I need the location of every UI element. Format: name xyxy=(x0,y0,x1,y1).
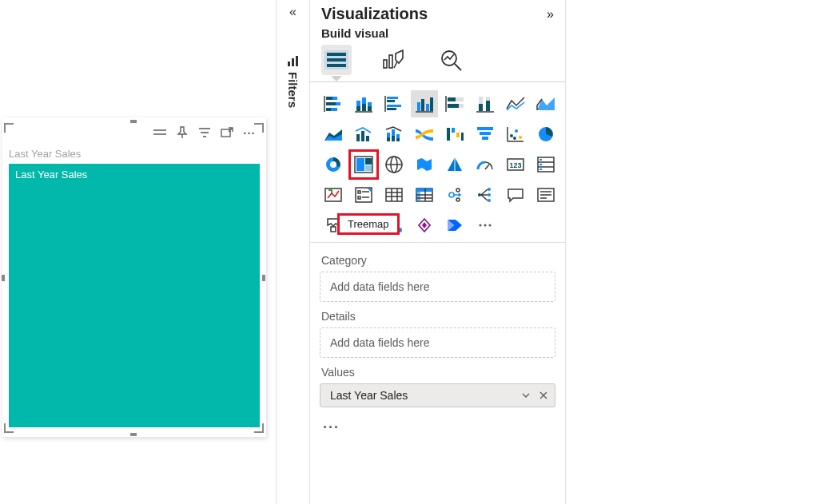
filter-icon[interactable] xyxy=(196,124,213,141)
clustered-bar-chart-icon[interactable] xyxy=(380,90,408,117)
svg-point-110 xyxy=(449,192,454,197)
pie-chart-icon[interactable] xyxy=(532,121,559,148)
selection-handle[interactable] xyxy=(130,433,137,436)
svg-point-111 xyxy=(456,198,460,201)
card-icon[interactable]: 123 xyxy=(502,151,529,178)
remove-field-icon[interactable] xyxy=(539,391,548,400)
well-label-details: Details xyxy=(321,310,554,323)
svg-rect-27 xyxy=(356,106,360,111)
azure-map-icon[interactable] xyxy=(441,151,468,178)
collapse-pane-button[interactable]: » xyxy=(547,7,554,22)
svg-rect-95 xyxy=(358,191,360,193)
chevron-down-icon[interactable] xyxy=(521,391,531,400)
selection-handle[interactable] xyxy=(254,123,264,133)
svg-rect-13 xyxy=(384,60,387,68)
line-clustered-column-icon[interactable] xyxy=(350,121,377,148)
svg-rect-14 xyxy=(389,55,392,68)
svg-text:123: 123 xyxy=(509,161,521,169)
waterfall-chart-icon[interactable] xyxy=(441,121,468,148)
svg-rect-60 xyxy=(396,138,400,141)
decomposition-tree-icon[interactable] xyxy=(472,181,499,208)
tab-analytics[interactable] xyxy=(436,45,467,75)
svg-point-114 xyxy=(488,188,491,191)
svg-rect-20 xyxy=(332,97,337,100)
tab-build-visual[interactable] xyxy=(321,45,352,75)
get-more-visuals-icon[interactable] xyxy=(472,212,499,239)
svg-rect-99 xyxy=(386,189,402,201)
svg-point-70 xyxy=(510,134,513,137)
donut-chart-icon[interactable] xyxy=(320,151,347,178)
svg-line-15 xyxy=(394,62,397,68)
chart-mini-icon xyxy=(287,56,300,67)
filters-label[interactable]: Filters xyxy=(277,56,309,108)
svg-rect-96 xyxy=(358,196,360,199)
gauge-icon[interactable] xyxy=(472,151,499,178)
svg-rect-24 xyxy=(331,108,337,111)
drag-handle-icon[interactable] xyxy=(151,124,169,141)
svg-rect-31 xyxy=(368,106,372,111)
multi-row-card-icon[interactable] xyxy=(532,151,559,178)
r-visual-icon[interactable] xyxy=(441,181,468,208)
svg-rect-54 xyxy=(366,136,369,141)
svg-rect-34 xyxy=(387,100,395,102)
more-wells-button[interactable]: ... xyxy=(320,415,555,432)
svg-rect-121 xyxy=(331,227,336,232)
clustered-column-chart-icon[interactable] xyxy=(411,90,438,117)
tab-format-visual[interactable] xyxy=(379,45,409,75)
scatter-chart-icon[interactable] xyxy=(502,121,529,148)
matrix-icon[interactable] xyxy=(411,181,438,208)
smart-narrative-icon[interactable] xyxy=(532,181,559,208)
svg-rect-40 xyxy=(426,104,429,111)
selection-handle[interactable] xyxy=(262,275,265,281)
pane-title: Visualizations xyxy=(321,5,428,23)
selection-handle[interactable] xyxy=(2,275,5,281)
svg-line-17 xyxy=(455,64,461,70)
selection-handle[interactable] xyxy=(254,423,264,433)
hundred-stacked-column-icon[interactable] xyxy=(472,90,499,117)
pin-icon[interactable] xyxy=(173,124,191,141)
selection-handle[interactable] xyxy=(4,423,14,433)
svg-rect-63 xyxy=(456,133,460,137)
line-chart-icon[interactable] xyxy=(502,90,529,117)
visual-container[interactable]: ··· Last Year Sales Last Year Sales xyxy=(2,117,266,437)
svg-rect-44 xyxy=(448,97,456,101)
well-values-chip[interactable]: Last Year Sales xyxy=(320,383,555,407)
stacked-bar-chart-icon[interactable] xyxy=(320,90,347,117)
map-icon[interactable] xyxy=(380,151,408,178)
treemap-tile[interactable]: Last Year Sales xyxy=(9,164,260,427)
focus-mode-icon[interactable] xyxy=(218,124,236,141)
svg-point-116 xyxy=(488,199,491,202)
well-label-category: Category xyxy=(321,254,554,267)
treemap-tooltip: Treemap xyxy=(339,215,398,233)
qna-icon[interactable] xyxy=(502,181,529,208)
filled-map-icon[interactable] xyxy=(411,151,438,178)
well-details[interactable]: Add data fields here xyxy=(320,327,555,358)
well-category[interactable]: Add data fields here xyxy=(320,272,555,302)
slicer-icon[interactable] xyxy=(350,181,377,208)
expand-filters-button[interactable]: « xyxy=(277,5,309,19)
svg-rect-39 xyxy=(421,99,424,111)
svg-rect-80 xyxy=(365,165,372,171)
table-icon[interactable] xyxy=(380,181,408,208)
line-stacked-column-icon[interactable] xyxy=(380,121,408,148)
funnel-chart-icon[interactable] xyxy=(472,121,499,148)
svg-rect-22 xyxy=(336,102,340,105)
selection-handle[interactable] xyxy=(130,120,137,123)
hundred-stacked-bar-icon[interactable] xyxy=(441,90,468,117)
kpi-icon[interactable] xyxy=(320,181,347,208)
svg-rect-29 xyxy=(362,104,366,111)
powerapps-icon[interactable] xyxy=(411,212,438,239)
svg-rect-58 xyxy=(392,136,395,141)
stacked-area-chart-icon[interactable] xyxy=(320,121,347,148)
area-chart-icon[interactable] xyxy=(532,90,559,117)
visual-header-toolbar: ··· xyxy=(151,124,258,141)
treemap-icon[interactable] xyxy=(350,151,377,178)
svg-rect-26 xyxy=(356,101,360,106)
svg-rect-56 xyxy=(387,137,390,141)
stacked-column-chart-icon[interactable] xyxy=(350,90,377,117)
selection-handle[interactable] xyxy=(4,123,14,133)
visualizations-pane: Visualizations » Build visual Treemap 12… xyxy=(310,0,566,504)
svg-rect-53 xyxy=(361,131,364,141)
ribbon-chart-icon[interactable] xyxy=(411,121,438,148)
powerautomate-icon[interactable] xyxy=(441,212,468,239)
